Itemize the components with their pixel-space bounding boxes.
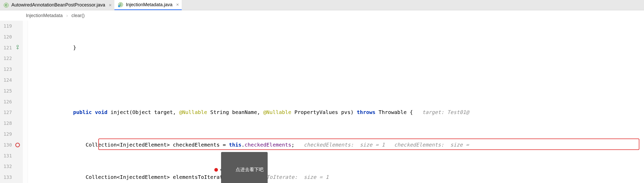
callout-bubble: 点进去看下吧 <box>221 152 268 183</box>
breadcrumb-class[interactable]: InjectionMetadata <box>26 13 63 18</box>
code-line: public void inject(Object target, @Nulla… <box>28 107 644 118</box>
svg-text:C: C <box>5 4 7 7</box>
annotation-callout: 点进去看下吧 <box>214 152 268 183</box>
code-line: Collection<InjectedElement> elementsToIt… <box>28 172 644 183</box>
fold-column[interactable] <box>23 21 28 183</box>
java-class-icon: C <box>118 2 123 7</box>
svg-point-5 <box>17 45 18 47</box>
breadcrumb: InjectionMetadata › clear() <box>0 10 644 21</box>
breakpoint-icon[interactable] <box>15 143 20 147</box>
code-line: } <box>28 42 644 53</box>
code-line: Collection<InjectedElement> checkedEleme… <box>28 140 644 150</box>
gutter-markers <box>12 21 23 183</box>
code-area[interactable]: } public void inject(Object target, @Nul… <box>28 21 644 183</box>
implements-icon[interactable] <box>15 44 20 51</box>
chevron-right-icon: › <box>66 13 68 18</box>
tab-file-2[interactable]: C InjectionMetadata.java ✕ <box>114 0 182 10</box>
tab-file-1[interactable]: C AutowiredAnnotationBeanPostProcessor.j… <box>0 0 114 10</box>
close-icon[interactable]: ✕ <box>109 3 112 7</box>
close-icon[interactable]: ✕ <box>176 3 179 7</box>
code-line <box>28 75 644 86</box>
breadcrumb-method[interactable]: clear() <box>71 13 85 18</box>
svg-point-4 <box>118 5 120 7</box>
code-editor[interactable]: 119 120 121 122 123 124 125 126 127 128 … <box>0 21 644 183</box>
java-class-icon: C <box>4 3 9 8</box>
tab-label: InjectionMetadata.java <box>126 2 172 7</box>
callout-dot-icon <box>214 168 218 172</box>
tab-label: AutowiredAnnotationBeanPostProcessor.jav… <box>11 2 105 8</box>
editor-tabs-bar: C AutowiredAnnotationBeanPostProcessor.j… <box>0 0 644 10</box>
